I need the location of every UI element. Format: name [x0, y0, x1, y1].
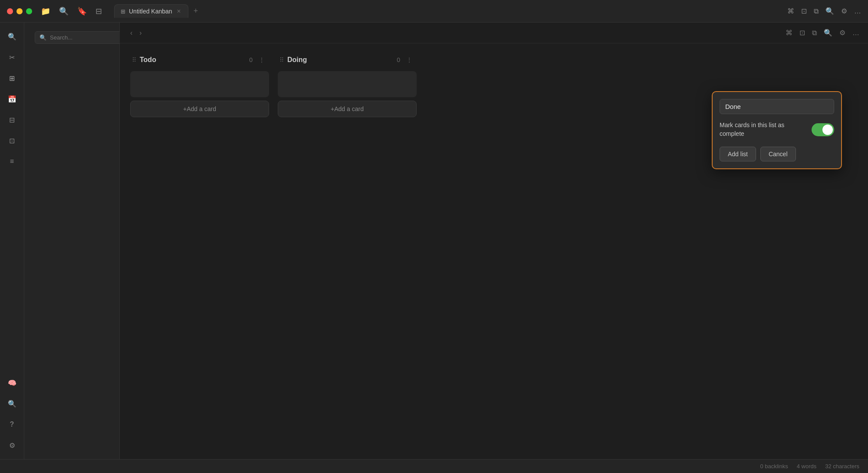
calendar-icon: 📅 [8, 95, 16, 103]
folder-icon[interactable]: 📁 [41, 7, 50, 16]
command-icon[interactable]: ⌘ [787, 7, 794, 15]
minimize-button[interactable] [16, 8, 23, 14]
sidebar-item-help[interactable]: ? [3, 416, 21, 433]
doing-drag-handle[interactable]: ⠿ [279, 56, 284, 63]
popup-complete-row: Mark cards in this list as complete [720, 121, 834, 138]
sidebar-item-settings[interactable]: ⚙ [3, 437, 21, 454]
backlinks-count: 0 backlinks [760, 463, 788, 470]
toolbar-right: ⌘ ⊡ ⧉ 🔍 ⚙ … [786, 29, 859, 37]
toolbar: ‹ › ⌘ ⊡ ⧉ 🔍 ⚙ … [120, 23, 868, 43]
active-tab[interactable]: ⊞ Untitled Kanban ✕ [114, 4, 188, 18]
titlebar: 📁 🔍 🔖 ⊟ ⊞ Untitled Kanban ✕ + ⌘ ⊡ ⧉ 🔍 ⚙ … [0, 0, 868, 23]
popup-label: Mark cards in this list as complete [720, 121, 806, 138]
search-box-icon: 🔍 [39, 34, 46, 41]
search-input[interactable] [50, 34, 123, 41]
help-icon: ? [10, 420, 14, 428]
close-button[interactable] [7, 8, 13, 14]
kanban-list-todo: ⠿ Todo 0 ⋮ +Add a card [130, 52, 269, 117]
todo-cards [130, 71, 269, 97]
tab-kanban-icon: ⊞ [121, 8, 125, 15]
doing-add-card-button[interactable]: +Add a card [278, 101, 417, 117]
toolbar-command-icon[interactable]: ⌘ [786, 29, 792, 37]
doing-title: Doing [287, 56, 393, 64]
todo-drag-handle[interactable]: ⠿ [132, 56, 136, 63]
toolbar-split-icon[interactable]: ⧉ [812, 29, 817, 37]
table-icon: ⊡ [9, 137, 15, 145]
sidebar-toggle-icon: ⊟ [9, 116, 15, 124]
content-area: ‹ › ⌘ ⊡ ⧉ 🔍 ⚙ … ⠿ Todo 0 ⋮ [120, 23, 868, 459]
list-header-doing: ⠿ Doing 0 ⋮ [278, 52, 417, 68]
view-icon[interactable]: ⊡ [801, 7, 807, 15]
sidebar-item-search[interactable]: 🔍 [3, 28, 21, 45]
character-count: 32 characters [825, 463, 859, 470]
titlebar-file-icons: 📁 🔍 🔖 ⊟ [41, 7, 102, 16]
sidebar-item-sidebar[interactable]: ⊟ [3, 111, 21, 128]
toggle-slider [812, 123, 834, 136]
doing-count: 0 [397, 56, 400, 63]
sidebar-item-discover[interactable]: 🔍 [3, 395, 21, 412]
doing-menu-btn[interactable]: ⋮ [404, 56, 415, 64]
new-tab-button[interactable]: + [192, 5, 200, 17]
search-icon[interactable]: 🔍 [59, 7, 69, 16]
add-list-popup: Mark cards in this list as complete Add … [712, 91, 842, 169]
layout-icon[interactable]: ⊟ [95, 7, 102, 16]
tab-close-button[interactable]: ✕ [176, 7, 182, 15]
more-icon[interactable]: … [854, 7, 861, 15]
todo-menu-btn[interactable]: ⋮ [256, 56, 267, 64]
status-bar: 0 backlinks 4 words 32 characters [0, 459, 868, 473]
nav-buttons: ‹ › [128, 27, 144, 39]
grid-icon: ⊞ [9, 74, 15, 82]
toolbar-view-icon[interactable]: ⊡ [799, 29, 805, 37]
doing-cards [278, 71, 417, 97]
settings-icon: ⚙ [9, 441, 15, 450]
word-count: 4 words [797, 463, 817, 470]
forward-button[interactable]: › [138, 27, 143, 39]
tab-bar: ⊞ Untitled Kanban ✕ + [114, 4, 782, 18]
sidebar-item-brain[interactable]: 🧠 [3, 374, 21, 391]
find-icon[interactable]: 🔍 [825, 7, 834, 15]
titlebar-right-icons: ⌘ ⊡ ⧉ 🔍 ⚙ … [787, 7, 861, 15]
search-icon: 🔍 [8, 33, 16, 41]
popup-actions: Add list Cancel [720, 147, 834, 161]
brain-icon: 🧠 [8, 379, 16, 387]
todo-title: Todo [140, 56, 246, 64]
settings-icon[interactable]: ⚙ [841, 7, 847, 15]
todo-add-card-button[interactable]: +Add a card [130, 101, 269, 117]
list-name-input[interactable] [720, 99, 834, 114]
todo-count: 0 [249, 56, 253, 63]
sidebar-item-grid[interactable]: ⊞ [3, 69, 21, 87]
list-icon: ≡ [10, 158, 14, 165]
main-layout: 🔍 ✂ ⊞ 📅 ⊟ ⊡ ≡ 🧠 🔍 ? ⚙ [0, 23, 868, 459]
tab-title: Untitled Kanban [129, 8, 172, 15]
sidebar-item-list[interactable]: ≡ [3, 153, 21, 170]
back-button[interactable]: ‹ [128, 27, 134, 39]
scissors-icon: ✂ [9, 53, 15, 62]
sidebar: 🔍 ✂ ⊞ 📅 ⊟ ⊡ ≡ 🧠 🔍 ? ⚙ [0, 23, 24, 459]
sidebar-item-table[interactable]: ⊡ [3, 132, 21, 149]
sidebar-item-scissors[interactable]: ✂ [3, 49, 21, 66]
sidebar-item-calendar[interactable]: 📅 [3, 90, 21, 108]
complete-toggle[interactable] [812, 123, 834, 136]
list-header-todo: ⠿ Todo 0 ⋮ [130, 52, 269, 68]
split-icon[interactable]: ⧉ [814, 7, 819, 15]
toolbar-more-icon[interactable]: … [852, 29, 859, 37]
maximize-button[interactable] [26, 8, 32, 14]
toolbar-settings-icon[interactable]: ⚙ [839, 29, 845, 37]
discover-icon: 🔍 [8, 400, 16, 408]
bookmark-icon[interactable]: 🔖 [77, 7, 87, 16]
cancel-button[interactable]: Cancel [760, 147, 796, 161]
kanban-list-doing: ⠿ Doing 0 ⋮ +Add a card [278, 52, 417, 117]
traffic-lights [7, 8, 32, 14]
left-panel: 🔍 Aa ⚙ [24, 23, 120, 459]
toolbar-find-icon[interactable]: 🔍 [824, 29, 832, 37]
kanban-board: ⠿ Todo 0 ⋮ +Add a card ⠿ Doing 0 ⋮ +Add … [120, 43, 868, 459]
search-bar-container: 🔍 Aa ⚙ [24, 23, 119, 53]
add-list-button[interactable]: Add list [720, 147, 756, 161]
